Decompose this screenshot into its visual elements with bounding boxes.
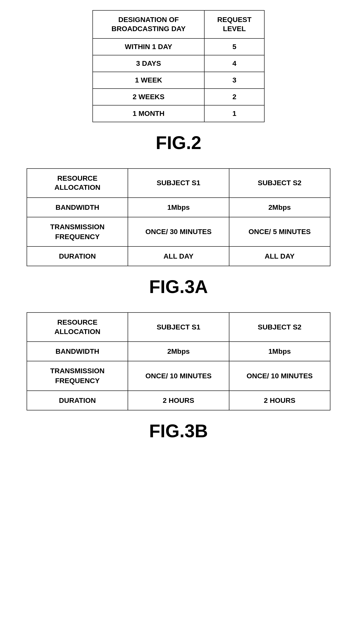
table-row: 1 MONTH 1 [93,105,264,122]
fig3b-frequency-s2: ONCE/ 10 MINUTES [229,361,330,390]
fig3a-duration-s1: ALL DAY [128,246,229,266]
fig3a-col3-header: SUBJECT S2 [229,169,330,198]
table-row: TRANSMISSION FREQUENCY ONCE/ 10 MINUTES … [27,361,330,390]
fig2-row5-col1: 1 MONTH [93,105,204,122]
fig3b-bandwidth-s2: 1Mbps [229,342,330,361]
table-row: WITHIN 1 DAY 5 [93,38,264,55]
table-row: 3 DAYS 4 [93,55,264,72]
fig3b-bandwidth-s1: 2Mbps [128,342,229,361]
table-row: 2 WEEKS 2 [93,89,264,105]
fig3a-duration-label: DURATION [27,246,128,266]
fig2-row2-col2: 4 [204,55,264,72]
fig2-row3-col1: 1 WEEK [93,72,204,89]
fig3b-duration-s1: 2 HOURS [128,391,229,410]
fig3a-frequency-s2: ONCE/ 5 MINUTES [229,217,330,246]
fig2-row4-col2: 2 [204,89,264,105]
fig3b-col1-header: RESOURCE ALLOCATION [27,313,128,342]
fig3a-bandwidth-label: BANDWIDTH [27,198,128,217]
fig3a-col2-header: SUBJECT S1 [128,169,229,198]
fig3b-frequency-s1: ONCE/ 10 MINUTES [128,361,229,390]
table-row: 1 WEEK 3 [93,72,264,89]
fig3b-label: FIG.3B [149,421,208,441]
fig3a-bandwidth-s2: 2Mbps [229,198,330,217]
fig3a-frequency-label: TRANSMISSION FREQUENCY [27,217,128,246]
fig2-row5-col2: 1 [204,105,264,122]
table-row: TRANSMISSION FREQUENCY ONCE/ 30 MINUTES … [27,217,330,246]
fig2-table: DESIGNATION OF BROADCASTING DAY REQUEST … [92,10,265,122]
fig3a-section: RESOURCE ALLOCATION SUBJECT S1 SUBJECT S… [20,168,337,297]
table-row: DURATION ALL DAY ALL DAY [27,246,330,266]
fig3a-frequency-s1: ONCE/ 30 MINUTES [128,217,229,246]
fig3a-col1-header: RESOURCE ALLOCATION [27,169,128,198]
fig3a-duration-s2: ALL DAY [229,246,330,266]
fig2-row4-col1: 2 WEEKS [93,89,204,105]
table-row: BANDWIDTH 1Mbps 2Mbps [27,198,330,217]
fig2-row1-col1: WITHIN 1 DAY [93,38,204,55]
fig2-row3-col2: 3 [204,72,264,89]
table-row: DURATION 2 HOURS 2 HOURS [27,391,330,410]
fig3b-col2-header: SUBJECT S1 [128,313,229,342]
fig2-section: DESIGNATION OF BROADCASTING DAY REQUEST … [20,10,337,153]
fig3b-duration-label: DURATION [27,391,128,410]
fig2-col2-header: REQUEST LEVEL [204,10,264,38]
fig3a-bandwidth-s1: 1Mbps [128,198,229,217]
fig3b-frequency-label: TRANSMISSION FREQUENCY [27,361,128,390]
fig2-col1-header: DESIGNATION OF BROADCASTING DAY [93,10,204,38]
fig3b-col3-header: SUBJECT S2 [229,313,330,342]
fig3a-label: FIG.3A [149,276,208,297]
fig2-label: FIG.2 [156,132,201,153]
fig3a-table: RESOURCE ALLOCATION SUBJECT S1 SUBJECT S… [27,168,330,266]
table-row: BANDWIDTH 2Mbps 1Mbps [27,342,330,361]
fig2-row1-col2: 5 [204,38,264,55]
fig3b-table: RESOURCE ALLOCATION SUBJECT S1 SUBJECT S… [27,312,330,410]
fig3b-section: RESOURCE ALLOCATION SUBJECT S1 SUBJECT S… [20,312,337,441]
fig3b-duration-s2: 2 HOURS [229,391,330,410]
fig2-row2-col1: 3 DAYS [93,55,204,72]
fig3b-bandwidth-label: BANDWIDTH [27,342,128,361]
